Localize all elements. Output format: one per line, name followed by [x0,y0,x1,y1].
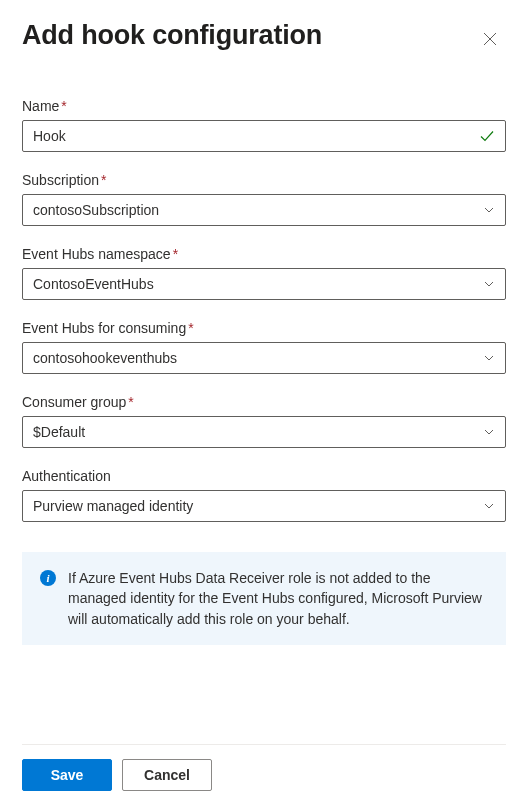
save-button[interactable]: Save [22,759,112,791]
chevron-down-icon [483,426,495,438]
chevron-down-icon [483,500,495,512]
authentication-value: Purview managed identity [33,498,483,514]
event-hubs-namespace-select[interactable]: ContosoEventHubs [22,268,506,300]
event-hubs-consuming-value: contosohookeventhubs [33,350,483,366]
required-indicator: * [188,320,193,336]
subscription-select[interactable]: contosoSubscription [22,194,506,226]
cancel-button[interactable]: Cancel [122,759,212,791]
field-name: Name* [22,98,506,152]
page-title: Add hook configuration [22,20,322,51]
name-input[interactable] [33,128,479,144]
consumer-group-label: Consumer group* [22,394,506,410]
name-label: Name* [22,98,506,114]
checkmark-icon [479,128,495,144]
info-message-box: i If Azure Event Hubs Data Receiver role… [22,552,506,645]
field-event-hubs-namespace: Event Hubs namespace* ContosoEventHubs [22,246,506,300]
event-hubs-consuming-label: Event Hubs for consuming* [22,320,506,336]
field-consumer-group: Consumer group* $Default [22,394,506,448]
close-button[interactable] [474,24,506,56]
chevron-down-icon [483,352,495,364]
required-indicator: * [61,98,66,114]
subscription-value: contosoSubscription [33,202,483,218]
field-subscription: Subscription* contosoSubscription [22,172,506,226]
required-indicator: * [173,246,178,262]
consumer-group-select[interactable]: $Default [22,416,506,448]
header: Add hook configuration [22,20,506,56]
name-input-wrapper[interactable] [22,120,506,152]
authentication-select[interactable]: Purview managed identity [22,490,506,522]
chevron-down-icon [483,204,495,216]
event-hubs-consuming-select[interactable]: contosohookeventhubs [22,342,506,374]
footer: Save Cancel [22,744,506,791]
info-icon: i [40,570,56,586]
subscription-label: Subscription* [22,172,506,188]
close-icon [482,31,498,50]
field-event-hubs-consuming: Event Hubs for consuming* contosohookeve… [22,320,506,374]
chevron-down-icon [483,278,495,290]
info-message-text: If Azure Event Hubs Data Receiver role i… [68,568,488,629]
required-indicator: * [101,172,106,188]
field-authentication: Authentication Purview managed identity [22,468,506,522]
consumer-group-value: $Default [33,424,483,440]
required-indicator: * [128,394,133,410]
event-hubs-namespace-label: Event Hubs namespace* [22,246,506,262]
event-hubs-namespace-value: ContosoEventHubs [33,276,483,292]
authentication-label: Authentication [22,468,506,484]
